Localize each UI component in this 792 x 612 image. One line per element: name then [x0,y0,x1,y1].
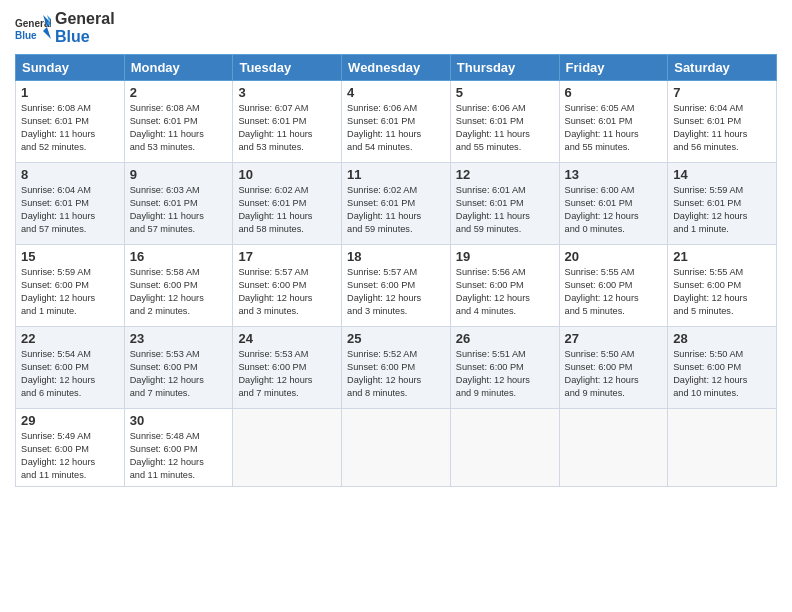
logo-text: General Blue [55,10,115,46]
calendar-cell: 29Sunrise: 5:49 AM Sunset: 6:00 PM Dayli… [16,409,125,487]
day-info: Sunrise: 5:59 AM Sunset: 6:01 PM Dayligh… [673,184,771,236]
day-info: Sunrise: 6:04 AM Sunset: 6:01 PM Dayligh… [21,184,119,236]
day-number: 12 [456,167,554,182]
day-info: Sunrise: 5:59 AM Sunset: 6:00 PM Dayligh… [21,266,119,318]
day-number: 25 [347,331,445,346]
calendar-cell: 2Sunrise: 6:08 AM Sunset: 6:01 PM Daylig… [124,81,233,163]
calendar-cell: 3Sunrise: 6:07 AM Sunset: 6:01 PM Daylig… [233,81,342,163]
page-header: General Blue General Blue [15,10,777,46]
day-info: Sunrise: 5:53 AM Sunset: 6:00 PM Dayligh… [238,348,336,400]
calendar-cell: 15Sunrise: 5:59 AM Sunset: 6:00 PM Dayli… [16,245,125,327]
day-number: 20 [565,249,663,264]
calendar-cell: 12Sunrise: 6:01 AM Sunset: 6:01 PM Dayli… [450,163,559,245]
weekday-monday: Monday [124,55,233,81]
day-info: Sunrise: 6:05 AM Sunset: 6:01 PM Dayligh… [565,102,663,154]
day-info: Sunrise: 6:04 AM Sunset: 6:01 PM Dayligh… [673,102,771,154]
day-info: Sunrise: 5:54 AM Sunset: 6:00 PM Dayligh… [21,348,119,400]
calendar-cell: 4Sunrise: 6:06 AM Sunset: 6:01 PM Daylig… [342,81,451,163]
day-number: 18 [347,249,445,264]
calendar-cell: 23Sunrise: 5:53 AM Sunset: 6:00 PM Dayli… [124,327,233,409]
logo: General Blue General Blue [15,10,115,46]
day-info: Sunrise: 6:06 AM Sunset: 6:01 PM Dayligh… [456,102,554,154]
calendar-table: SundayMondayTuesdayWednesdayThursdayFrid… [15,54,777,487]
day-number: 24 [238,331,336,346]
calendar-cell [233,409,342,487]
day-info: Sunrise: 5:50 AM Sunset: 6:00 PM Dayligh… [565,348,663,400]
day-number: 5 [456,85,554,100]
day-info: Sunrise: 5:57 AM Sunset: 6:00 PM Dayligh… [238,266,336,318]
day-info: Sunrise: 5:55 AM Sunset: 6:00 PM Dayligh… [673,266,771,318]
day-number: 27 [565,331,663,346]
day-info: Sunrise: 5:55 AM Sunset: 6:00 PM Dayligh… [565,266,663,318]
calendar-cell: 1Sunrise: 6:08 AM Sunset: 6:01 PM Daylig… [16,81,125,163]
day-number: 4 [347,85,445,100]
day-number: 3 [238,85,336,100]
day-info: Sunrise: 6:08 AM Sunset: 6:01 PM Dayligh… [130,102,228,154]
calendar-cell: 28Sunrise: 5:50 AM Sunset: 6:00 PM Dayli… [668,327,777,409]
day-info: Sunrise: 6:07 AM Sunset: 6:01 PM Dayligh… [238,102,336,154]
day-number: 13 [565,167,663,182]
calendar-cell: 18Sunrise: 5:57 AM Sunset: 6:00 PM Dayli… [342,245,451,327]
day-number: 1 [21,85,119,100]
day-number: 8 [21,167,119,182]
calendar-cell: 24Sunrise: 5:53 AM Sunset: 6:00 PM Dayli… [233,327,342,409]
day-number: 22 [21,331,119,346]
day-info: Sunrise: 5:52 AM Sunset: 6:00 PM Dayligh… [347,348,445,400]
day-info: Sunrise: 5:49 AM Sunset: 6:00 PM Dayligh… [21,430,119,482]
calendar-cell: 14Sunrise: 5:59 AM Sunset: 6:01 PM Dayli… [668,163,777,245]
calendar-cell: 16Sunrise: 5:58 AM Sunset: 6:00 PM Dayli… [124,245,233,327]
day-info: Sunrise: 5:57 AM Sunset: 6:00 PM Dayligh… [347,266,445,318]
calendar-cell: 21Sunrise: 5:55 AM Sunset: 6:00 PM Dayli… [668,245,777,327]
day-info: Sunrise: 6:03 AM Sunset: 6:01 PM Dayligh… [130,184,228,236]
day-number: 14 [673,167,771,182]
day-info: Sunrise: 6:06 AM Sunset: 6:01 PM Dayligh… [347,102,445,154]
day-number: 23 [130,331,228,346]
day-info: Sunrise: 6:00 AM Sunset: 6:01 PM Dayligh… [565,184,663,236]
calendar-cell: 25Sunrise: 5:52 AM Sunset: 6:00 PM Dayli… [342,327,451,409]
weekday-header-row: SundayMondayTuesdayWednesdayThursdayFrid… [16,55,777,81]
day-info: Sunrise: 5:58 AM Sunset: 6:00 PM Dayligh… [130,266,228,318]
logo-icon: General Blue [15,13,51,43]
calendar-cell: 10Sunrise: 6:02 AM Sunset: 6:01 PM Dayli… [233,163,342,245]
calendar-cell: 9Sunrise: 6:03 AM Sunset: 6:01 PM Daylig… [124,163,233,245]
day-number: 15 [21,249,119,264]
calendar-cell: 19Sunrise: 5:56 AM Sunset: 6:00 PM Dayli… [450,245,559,327]
day-number: 17 [238,249,336,264]
day-number: 2 [130,85,228,100]
calendar-cell: 17Sunrise: 5:57 AM Sunset: 6:00 PM Dayli… [233,245,342,327]
calendar-cell [559,409,668,487]
day-number: 26 [456,331,554,346]
calendar-cell: 5Sunrise: 6:06 AM Sunset: 6:01 PM Daylig… [450,81,559,163]
weekday-friday: Friday [559,55,668,81]
calendar-cell: 7Sunrise: 6:04 AM Sunset: 6:01 PM Daylig… [668,81,777,163]
calendar-cell: 27Sunrise: 5:50 AM Sunset: 6:00 PM Dayli… [559,327,668,409]
svg-text:Blue: Blue [15,30,37,41]
weekday-saturday: Saturday [668,55,777,81]
calendar-cell: 11Sunrise: 6:02 AM Sunset: 6:01 PM Dayli… [342,163,451,245]
calendar-cell [450,409,559,487]
day-info: Sunrise: 5:50 AM Sunset: 6:00 PM Dayligh… [673,348,771,400]
calendar-cell: 13Sunrise: 6:00 AM Sunset: 6:01 PM Dayli… [559,163,668,245]
day-number: 7 [673,85,771,100]
weekday-sunday: Sunday [16,55,125,81]
weekday-wednesday: Wednesday [342,55,451,81]
calendar-cell: 26Sunrise: 5:51 AM Sunset: 6:00 PM Dayli… [450,327,559,409]
day-info: Sunrise: 6:01 AM Sunset: 6:01 PM Dayligh… [456,184,554,236]
day-info: Sunrise: 5:53 AM Sunset: 6:00 PM Dayligh… [130,348,228,400]
calendar-cell: 22Sunrise: 5:54 AM Sunset: 6:00 PM Dayli… [16,327,125,409]
day-info: Sunrise: 6:02 AM Sunset: 6:01 PM Dayligh… [347,184,445,236]
day-info: Sunrise: 6:08 AM Sunset: 6:01 PM Dayligh… [21,102,119,154]
day-number: 10 [238,167,336,182]
weekday-tuesday: Tuesday [233,55,342,81]
day-number: 29 [21,413,119,428]
day-number: 9 [130,167,228,182]
calendar-cell [342,409,451,487]
calendar-cell: 30Sunrise: 5:48 AM Sunset: 6:00 PM Dayli… [124,409,233,487]
day-info: Sunrise: 5:56 AM Sunset: 6:00 PM Dayligh… [456,266,554,318]
day-number: 28 [673,331,771,346]
day-number: 21 [673,249,771,264]
calendar-cell: 6Sunrise: 6:05 AM Sunset: 6:01 PM Daylig… [559,81,668,163]
day-number: 11 [347,167,445,182]
day-number: 19 [456,249,554,264]
calendar-cell: 8Sunrise: 6:04 AM Sunset: 6:01 PM Daylig… [16,163,125,245]
